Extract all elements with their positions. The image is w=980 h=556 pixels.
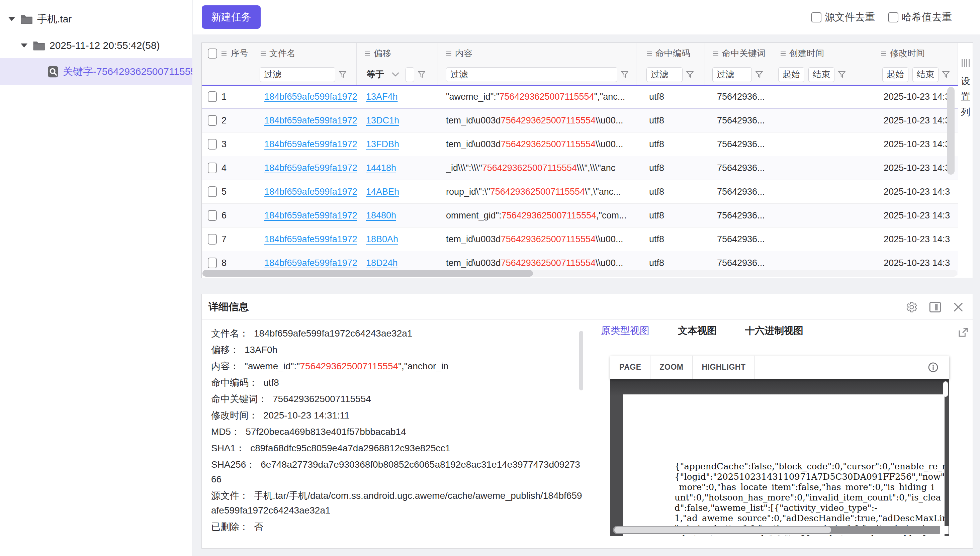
tab-text-view[interactable]: 文本视图 bbox=[678, 324, 717, 338]
tree-item-archive[interactable]: 手机.tar bbox=[0, 6, 192, 32]
column-menu-icon[interactable] bbox=[647, 51, 652, 56]
viewer-vertical-scrollbar[interactable] bbox=[943, 381, 948, 397]
created-end-input[interactable] bbox=[809, 67, 834, 82]
header-encoding[interactable]: 命中编码 bbox=[636, 43, 705, 64]
table-row[interactable]: 2 184bf659afe599fa1972 13DC1h tem_id\u00… bbox=[202, 109, 958, 133]
row-checkbox[interactable] bbox=[208, 186, 217, 197]
modified-start-input[interactable] bbox=[882, 67, 909, 82]
table-row[interactable]: 1 184bf659afe599fa1972 13AF4h "aweme_id"… bbox=[202, 85, 958, 109]
table-row[interactable]: 6 184bf659afe599fa1972 18480h omment_gid… bbox=[202, 204, 958, 228]
created-start-input[interactable] bbox=[778, 67, 804, 82]
header-keyword[interactable]: 命中关键词 bbox=[705, 43, 772, 64]
file-filter-input[interactable] bbox=[260, 67, 335, 82]
header-offset[interactable]: 偏移 bbox=[357, 43, 438, 64]
offset-link[interactable]: 18B0Ah bbox=[366, 234, 398, 244]
created-time-value bbox=[772, 133, 872, 156]
tree-item-label: 手机.tar bbox=[37, 12, 71, 26]
filter-funnel-icon[interactable] bbox=[837, 70, 846, 79]
file-name-link[interactable]: 184bf659afe599fa1972 bbox=[264, 163, 357, 173]
column-menu-icon[interactable] bbox=[881, 51, 887, 56]
chevron-down-icon[interactable] bbox=[391, 72, 399, 77]
header-file[interactable]: 文件名 bbox=[252, 43, 357, 64]
page-button[interactable]: PAGE bbox=[610, 356, 650, 379]
offset-link[interactable]: 14418h bbox=[366, 163, 396, 173]
offset-link[interactable]: 13AF4h bbox=[366, 92, 398, 102]
file-name-link[interactable]: 184bf659afe599fa1972 bbox=[264, 139, 357, 150]
offset-link[interactable]: 13FDBh bbox=[366, 139, 399, 150]
offset-link[interactable]: 14ABEh bbox=[366, 187, 399, 197]
row-checkbox[interactable] bbox=[208, 234, 217, 244]
table-horizontal-scrollbar[interactable] bbox=[202, 270, 957, 276]
table-body: 1 184bf659afe599fa1972 13AF4h "aweme_id"… bbox=[202, 85, 958, 278]
keyword-filter-input[interactable] bbox=[712, 67, 752, 82]
highlight-button[interactable]: HIGHLIGHT bbox=[692, 356, 755, 379]
column-menu-icon[interactable] bbox=[713, 51, 719, 56]
hit-keyword-value: 75642936... bbox=[705, 85, 772, 108]
dedupe-hash-checkbox[interactable] bbox=[888, 12, 898, 23]
row-checkbox[interactable] bbox=[208, 91, 217, 102]
offset-link[interactable]: 13DC1h bbox=[366, 115, 399, 126]
table-row[interactable]: 4 184bf659afe599fa1972 14418h _id\\\":\\… bbox=[202, 156, 958, 180]
offset-operator-select[interactable]: 等于 bbox=[367, 69, 384, 80]
offset-link[interactable]: 18480h bbox=[366, 210, 396, 221]
filter-funnel-icon[interactable] bbox=[417, 70, 426, 79]
select-all-checkbox[interactable] bbox=[208, 48, 217, 58]
dedupe-source-option[interactable]: 源文件去重 bbox=[811, 10, 875, 24]
content-filter-input[interactable] bbox=[446, 67, 617, 82]
encoding-filter-input[interactable] bbox=[647, 67, 682, 82]
offset-value-input[interactable] bbox=[406, 67, 414, 82]
viewer-tabs: 原类型视图 文本视图 十六进制视图 bbox=[601, 324, 803, 338]
column-menu-icon[interactable] bbox=[446, 51, 452, 56]
file-name-link[interactable]: 184bf659afe599fa1972 bbox=[264, 115, 357, 126]
tab-hex-view[interactable]: 十六进制视图 bbox=[745, 324, 803, 338]
scrollbar-thumb[interactable] bbox=[614, 527, 831, 533]
open-external-icon[interactable] bbox=[957, 326, 969, 339]
header-modified[interactable]: 修改时间 bbox=[872, 43, 958, 64]
tree-item-keyword-search[interactable]: 关键字-7564293625007115554 bbox=[0, 58, 192, 85]
tab-original-view[interactable]: 原类型视图 bbox=[601, 324, 649, 338]
modified-end-input[interactable] bbox=[912, 67, 938, 82]
filter-funnel-icon[interactable] bbox=[941, 70, 951, 79]
tree-item-snapshot[interactable]: 2025-11-12 20:55:42(58) bbox=[0, 32, 192, 59]
expand-caret-icon[interactable] bbox=[8, 17, 15, 21]
column-menu-icon[interactable] bbox=[221, 51, 227, 56]
column-menu-icon[interactable] bbox=[260, 51, 266, 56]
info-button[interactable] bbox=[917, 356, 949, 379]
header-content[interactable]: 内容 bbox=[438, 43, 636, 64]
file-name-link[interactable]: 184bf659afe599fa1972 bbox=[264, 234, 357, 244]
column-settings-strip[interactable]: 设 置 列 bbox=[958, 43, 973, 278]
file-name-link[interactable]: 184bf659afe599fa1972 bbox=[264, 187, 357, 197]
table-row[interactable]: 7 184bf659afe599fa1972 18B0Ah tem_id\u00… bbox=[202, 228, 958, 251]
table-row[interactable]: 3 184bf659afe599fa1972 13FDBh tem_id\u00… bbox=[202, 133, 958, 156]
table-vertical-scrollbar[interactable] bbox=[947, 87, 954, 175]
dedupe-source-checkbox[interactable] bbox=[811, 12, 822, 23]
expand-caret-icon[interactable] bbox=[21, 44, 27, 47]
row-checkbox[interactable] bbox=[208, 258, 217, 268]
offset-link[interactable]: 18D24h bbox=[366, 258, 398, 268]
new-task-button[interactable]: 新建任务 bbox=[202, 5, 260, 29]
row-checkbox[interactable] bbox=[208, 210, 217, 221]
filter-funnel-icon[interactable] bbox=[620, 70, 629, 79]
column-menu-icon[interactable] bbox=[780, 51, 786, 56]
document-viewer[interactable]: {"appendCache":false,"block_code":0,"cur… bbox=[610, 379, 949, 536]
filter-funnel-icon[interactable] bbox=[755, 70, 764, 79]
file-name-link[interactable]: 184bf659afe599fa1972 bbox=[264, 210, 357, 221]
filter-funnel-icon[interactable] bbox=[338, 70, 347, 79]
created-time-value bbox=[772, 204, 872, 227]
detail-field-sha1: SHA1：c89fa68dfc95c8059e4a7da2968812c93e8… bbox=[211, 441, 585, 456]
dedupe-hash-option[interactable]: 哈希值去重 bbox=[888, 10, 952, 24]
row-checkbox[interactable] bbox=[208, 163, 217, 173]
header-num[interactable]: 序号 bbox=[202, 43, 252, 64]
table-row[interactable]: 5 184bf659afe599fa1972 14ABEh roup_id\":… bbox=[202, 180, 958, 204]
detail-scrollbar[interactable] bbox=[579, 331, 583, 390]
row-checkbox[interactable] bbox=[208, 139, 217, 150]
file-name-link[interactable]: 184bf659afe599fa1972 bbox=[264, 92, 357, 102]
row-checkbox[interactable] bbox=[208, 115, 217, 126]
column-menu-icon[interactable] bbox=[365, 51, 370, 56]
viewer-horizontal-scrollbar[interactable] bbox=[613, 526, 943, 534]
header-created[interactable]: 创建时间 bbox=[772, 43, 872, 64]
filter-funnel-icon[interactable] bbox=[685, 70, 695, 79]
zoom-button[interactable]: ZOOM bbox=[650, 356, 692, 379]
scrollbar-thumb[interactable] bbox=[202, 270, 533, 276]
file-name-link[interactable]: 184bf659afe599fa1972 bbox=[264, 258, 357, 268]
